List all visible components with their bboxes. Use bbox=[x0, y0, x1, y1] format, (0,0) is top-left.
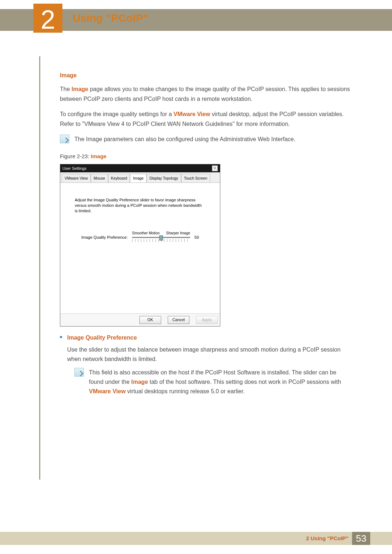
slider-value: 50 bbox=[195, 230, 199, 241]
slider-track[interactable] bbox=[132, 237, 190, 238]
text: virtual desktops running release 5.0 or … bbox=[126, 388, 245, 394]
note-text: This field is also accessible on the hos… bbox=[89, 368, 350, 397]
chapter-number: 2 bbox=[33, 4, 62, 33]
bullet-dot-icon bbox=[60, 336, 62, 338]
dialog-description: Adjust the Image Quality Preference slid… bbox=[75, 197, 205, 214]
footer-page-number: 53 bbox=[352, 532, 370, 545]
highlight-image: Image bbox=[72, 86, 88, 92]
section-heading: Image bbox=[60, 71, 350, 80]
chapter-title: Using "PCoIP" bbox=[73, 12, 148, 24]
note-icon bbox=[74, 368, 84, 377]
slider-min-label: Smoother Motion bbox=[132, 230, 160, 237]
page-content: Image The Image page allows you to make … bbox=[60, 71, 350, 399]
slider-label: Image Quality Preference: bbox=[81, 230, 128, 241]
slider-thumb[interactable] bbox=[159, 235, 163, 241]
note-icon bbox=[60, 135, 69, 143]
figure-name: Image bbox=[91, 153, 106, 159]
highlight-vmware-view: VMware View bbox=[89, 388, 126, 394]
note-block: The Image parameters can also be configu… bbox=[60, 135, 350, 144]
apply-button[interactable]: Apply bbox=[196, 316, 218, 324]
text: To configure the image quality settings … bbox=[60, 111, 173, 117]
highlight-image: Image bbox=[131, 379, 148, 385]
close-icon[interactable]: × bbox=[212, 165, 218, 171]
bullet-item: Image Quality Preference Use the slider … bbox=[60, 333, 350, 396]
user-settings-dialog: User Settings × VMware View Mouse Keyboa… bbox=[60, 164, 220, 327]
paragraph: The Image page allows you to make change… bbox=[60, 85, 350, 104]
tab-image[interactable]: Image bbox=[130, 174, 146, 182]
text: The bbox=[60, 86, 72, 92]
tab-vmware-view[interactable]: VMware View bbox=[62, 174, 91, 182]
highlight-vmware-view: VMware View bbox=[173, 111, 210, 117]
text: page allows you to make changes to the i… bbox=[60, 86, 350, 102]
bullet-text: Use the slider to adjust the balance bet… bbox=[67, 345, 350, 364]
figure-caption: Figure 2-23: Image bbox=[60, 152, 350, 161]
cancel-button[interactable]: Cancel bbox=[168, 316, 189, 324]
tab-keyboard[interactable]: Keyboard bbox=[108, 174, 130, 182]
bullet-title: Image Quality Preference bbox=[67, 333, 350, 342]
ok-button[interactable]: OK bbox=[139, 316, 161, 324]
slider-row: Image Quality Preference: Smoother Motio… bbox=[69, 230, 211, 242]
dialog-tabs: VMware View Mouse Keyboard Image Display… bbox=[60, 172, 220, 183]
dialog-body: Adjust the Image Quality Preference slid… bbox=[60, 183, 220, 313]
text: tab of the host software. This setting d… bbox=[148, 379, 341, 385]
dialog-title: User Settings bbox=[62, 164, 86, 172]
tab-display-topology[interactable]: Display Topology bbox=[147, 174, 181, 182]
dialog-titlebar: User Settings × bbox=[60, 164, 220, 172]
slider-max-label: Sharper Image bbox=[166, 230, 190, 237]
dialog-button-row: OK Cancel Apply bbox=[60, 313, 220, 326]
image-quality-slider[interactable]: Smoother Motion Sharper Image bbox=[132, 230, 190, 242]
text: Figure 2-23: bbox=[60, 153, 91, 159]
page-footer: 2 Using "PCoIP" 53 bbox=[0, 532, 392, 545]
footer-chapter-label: 2 Using "PCoIP" bbox=[306, 532, 348, 545]
note-block: This field is also accessible on the hos… bbox=[74, 368, 350, 397]
tab-mouse[interactable]: Mouse bbox=[91, 174, 108, 182]
note-text: The Image parameters can also be configu… bbox=[74, 135, 295, 144]
tab-touch-screen[interactable]: Touch Screen bbox=[181, 174, 210, 182]
paragraph: To configure the image quality settings … bbox=[60, 110, 350, 129]
left-margin-bar bbox=[39, 56, 40, 480]
